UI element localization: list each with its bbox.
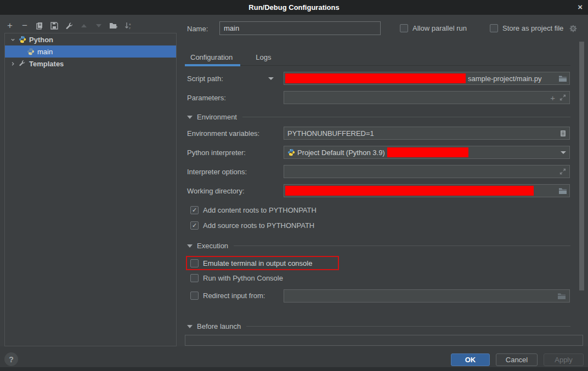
plus-icon[interactable]: +	[550, 93, 555, 102]
run-with-python-console-row: Run with Python Console	[190, 274, 283, 282]
configurations-toolbar: + − az	[5, 20, 133, 32]
redirect-input-field[interactable]	[284, 289, 570, 302]
dropdown-icon[interactable]	[561, 151, 566, 154]
vertical-scrollbar-thumb[interactable]	[579, 42, 584, 290]
redacted-text	[387, 147, 468, 157]
script-path-dropdown-icon[interactable]	[268, 77, 274, 80]
run-with-python-console-label: Run with Python Console	[203, 274, 283, 282]
environment-variables-label: Environment variables:	[187, 129, 259, 138]
move-down-icon[interactable]	[94, 21, 103, 30]
python-icon	[19, 36, 26, 43]
dialog-titlebar: Run/Debug Configurations ×	[0, 0, 588, 15]
chevron-down-icon[interactable]	[10, 37, 16, 42]
svg-text:a: a	[129, 22, 131, 26]
parameters-label: Parameters:	[187, 94, 226, 102]
add-source-roots-checkbox[interactable]: ✓	[190, 221, 199, 230]
section-divider	[246, 326, 570, 327]
new-folder-icon[interactable]	[109, 21, 118, 30]
sort-alphabetically-icon[interactable]: az	[124, 21, 133, 30]
working-directory-label: Working directory:	[187, 187, 245, 195]
environment-section-header[interactable]: Environment	[187, 113, 570, 121]
close-icon[interactable]: ×	[578, 2, 583, 12]
cancel-button[interactable]: Cancel	[496, 353, 538, 366]
redirect-input-row: Redirect input from:	[190, 292, 265, 300]
folder-icon[interactable]	[558, 75, 567, 82]
working-directory-field[interactable]	[284, 184, 570, 197]
store-as-project-file-label: Store as project file	[502, 24, 563, 32]
add-source-roots-label: Add source roots to PYTHONPATH	[203, 221, 314, 230]
run-with-python-console-checkbox[interactable]	[190, 274, 199, 282]
move-up-icon[interactable]	[80, 21, 88, 30]
remove-configuration-button[interactable]: −	[20, 21, 29, 30]
script-path-value: sample-project/main.py	[468, 75, 541, 83]
copy-configuration-icon[interactable]	[35, 21, 44, 30]
apply-button[interactable]: Apply	[544, 353, 584, 366]
tab-logs[interactable]: Logs	[250, 50, 279, 65]
tree-item-python[interactable]: Python	[5, 33, 176, 45]
tab-configuration[interactable]: Configuration	[185, 50, 240, 65]
gear-icon[interactable]	[569, 25, 577, 32]
interpreter-options-field[interactable]	[284, 165, 570, 178]
section-divider	[242, 117, 570, 117]
redacted-text	[285, 73, 466, 83]
python-interpreter-value: Project Default (Python 3.9)	[297, 149, 385, 157]
redacted-text	[285, 186, 534, 196]
wrench-icon	[19, 60, 26, 67]
execution-section-label: Execution	[197, 242, 228, 250]
python-interpreter-select[interactable]: Project Default (Python 3.9)	[284, 146, 570, 159]
chevron-right-icon[interactable]	[10, 61, 16, 66]
help-button[interactable]: ?	[4, 352, 18, 366]
parameters-field[interactable]: +	[284, 91, 570, 104]
name-value: main	[224, 24, 239, 32]
before-launch-section-header[interactable]: Before launch	[187, 322, 570, 330]
collapse-triangle-icon	[187, 325, 193, 328]
edit-templates-icon[interactable]	[65, 21, 74, 30]
before-launch-list[interactable]	[185, 335, 583, 346]
add-content-roots-row: ✓ Add content roots to PYTHONPATH	[190, 206, 316, 214]
script-path-label: Script path:	[187, 75, 223, 83]
tree-item-label: Templates	[29, 60, 64, 68]
emulate-terminal-checkbox[interactable]	[190, 259, 199, 267]
collapse-triangle-icon	[187, 244, 193, 248]
check-icon: ✓	[192, 207, 197, 214]
python-interpreter-label: Python interpreter:	[187, 149, 246, 157]
python-icon	[287, 149, 295, 156]
add-configuration-button[interactable]: +	[5, 21, 14, 30]
section-divider	[234, 246, 570, 246]
add-content-roots-label: Add content roots to PYTHONPATH	[203, 206, 316, 214]
name-input[interactable]: main	[219, 21, 381, 35]
script-path-field[interactable]: sample-project/main.py	[284, 72, 570, 85]
tab-bar: Configuration Logs	[185, 50, 570, 66]
browse-variables-icon[interactable]	[560, 130, 566, 137]
check-icon: ✓	[192, 222, 197, 229]
store-as-project-file-row: Store as project file	[490, 24, 577, 32]
store-as-project-file-checkbox[interactable]	[490, 24, 498, 32]
tree-item-label: main	[37, 48, 53, 56]
environment-section-label: Environment	[197, 113, 237, 121]
redirect-input-checkbox[interactable]	[190, 292, 199, 300]
tree-item-templates[interactable]: Templates	[5, 58, 176, 70]
expand-icon[interactable]	[559, 94, 566, 101]
allow-parallel-run-label: Allow parallel run	[412, 24, 467, 32]
tree-item-main-selected[interactable]: main	[5, 45, 176, 58]
configurations-tree: Python main Templates	[4, 33, 177, 346]
ok-button[interactable]: OK	[451, 353, 490, 366]
folder-icon[interactable]	[557, 293, 566, 300]
expand-icon[interactable]	[559, 168, 566, 175]
emulate-terminal-row: Emulate terminal in output console	[190, 259, 312, 267]
folder-icon[interactable]	[558, 187, 567, 195]
name-label: Name:	[187, 25, 208, 33]
help-icon: ?	[9, 355, 14, 364]
environment-variables-value: PYTHONUNBUFFERED=1	[287, 129, 374, 138]
interpreter-options-label: Interpreter options:	[187, 168, 247, 176]
execution-section-header[interactable]: Execution	[187, 242, 570, 250]
python-icon	[27, 48, 35, 55]
add-content-roots-checkbox[interactable]: ✓	[190, 206, 199, 214]
add-source-roots-row: ✓ Add source roots to PYTHONPATH	[190, 221, 314, 230]
environment-variables-field[interactable]: PYTHONUNBUFFERED=1	[284, 127, 570, 140]
tree-item-label: Python	[29, 36, 53, 44]
allow-parallel-run-checkbox[interactable]	[400, 24, 408, 32]
allow-parallel-run-row: Allow parallel run	[400, 24, 467, 32]
save-configuration-icon[interactable]	[50, 21, 59, 30]
svg-text:z: z	[129, 26, 131, 30]
